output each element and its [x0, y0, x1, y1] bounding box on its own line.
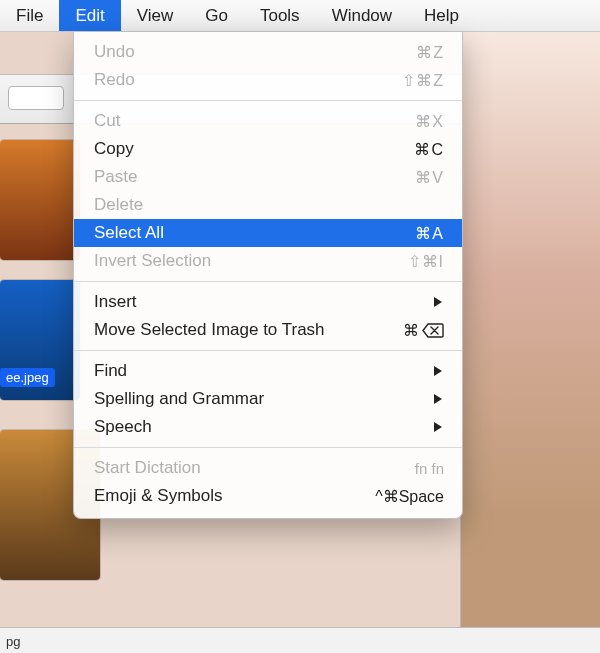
menu-separator [74, 350, 462, 351]
menu-item-insert[interactable]: Insert [74, 288, 462, 316]
shortcut-text: ⌘ [403, 321, 420, 340]
status-bar-text: pg [6, 634, 20, 649]
menu-item-label: Emoji & Symbols [94, 486, 375, 506]
menu-item-spelling-grammar[interactable]: Spelling and Grammar [74, 385, 462, 413]
menu-item-cut: Cut ⌘X [74, 107, 462, 135]
menu-item-shortcut: fn fn [415, 460, 444, 477]
menu-item-label: Insert [94, 292, 434, 312]
menu-item-shortcut: ⌘Z [416, 43, 444, 62]
menu-item-speech[interactable]: Speech [74, 413, 462, 441]
menu-go[interactable]: Go [189, 0, 244, 31]
menu-item-shortcut: ⌘ [403, 321, 444, 340]
menu-item-shortcut: ⌘C [414, 140, 444, 159]
menu-item-shortcut: ⇧⌘Z [402, 71, 444, 90]
menu-bar: File Edit View Go Tools Window Help [0, 0, 600, 32]
menu-item-redo: Redo ⇧⌘Z [74, 66, 462, 94]
menu-item-copy[interactable]: Copy ⌘C [74, 135, 462, 163]
menu-item-label: Undo [94, 42, 416, 62]
menu-separator [74, 281, 462, 282]
menu-item-shortcut: ⌘V [415, 168, 444, 187]
menu-item-label: Redo [94, 70, 402, 90]
menu-item-shortcut: ⌘A [415, 224, 444, 243]
search-field-stub[interactable] [8, 86, 64, 110]
content-area [460, 32, 600, 633]
edit-menu-dropdown: Undo ⌘Z Redo ⇧⌘Z Cut ⌘X Copy ⌘C Paste ⌘V… [73, 32, 463, 519]
menu-item-label: Invert Selection [94, 251, 408, 271]
menu-item-label: Delete [94, 195, 444, 215]
menu-item-label: Speech [94, 417, 434, 437]
delete-key-icon [422, 323, 444, 338]
submenu-arrow-icon [434, 366, 442, 376]
thumbnail[interactable] [0, 140, 80, 260]
menu-item-label: Cut [94, 111, 415, 131]
submenu-arrow-icon [434, 297, 442, 307]
menu-item-find[interactable]: Find [74, 357, 462, 385]
menu-item-shortcut: ⌘X [415, 112, 444, 131]
menu-item-emoji-symbols[interactable]: Emoji & Symbols ^⌘Space [74, 482, 462, 510]
menu-help[interactable]: Help [408, 0, 475, 31]
submenu-arrow-icon [434, 422, 442, 432]
menu-separator [74, 100, 462, 101]
menu-item-label: Copy [94, 139, 414, 159]
menu-separator [74, 447, 462, 448]
menu-item-undo: Undo ⌘Z [74, 38, 462, 66]
menu-tools[interactable]: Tools [244, 0, 316, 31]
menu-item-label: Start Dictation [94, 458, 415, 478]
menu-file[interactable]: File [0, 0, 59, 31]
menu-item-delete: Delete [74, 191, 462, 219]
submenu-arrow-icon [434, 394, 442, 404]
menu-item-start-dictation: Start Dictation fn fn [74, 454, 462, 482]
selected-filename[interactable]: ee.jpeg [0, 368, 55, 387]
menu-window[interactable]: Window [316, 0, 408, 31]
menu-item-invert-selection: Invert Selection ⇧⌘I [74, 247, 462, 275]
menu-item-label: Move Selected Image to Trash [94, 320, 403, 340]
menu-item-label: Paste [94, 167, 415, 187]
menu-item-shortcut: ⇧⌘I [408, 252, 444, 271]
menu-item-paste: Paste ⌘V [74, 163, 462, 191]
menu-item-shortcut: ^⌘Space [375, 487, 444, 506]
menu-view[interactable]: View [121, 0, 190, 31]
status-bar [0, 627, 600, 653]
menu-item-label: Spelling and Grammar [94, 389, 434, 409]
menu-item-label: Find [94, 361, 434, 381]
menu-item-select-all[interactable]: Select All ⌘A [74, 219, 462, 247]
menu-edit[interactable]: Edit [59, 0, 120, 31]
menu-item-label: Select All [94, 223, 415, 243]
menu-item-move-to-trash[interactable]: Move Selected Image to Trash ⌘ [74, 316, 462, 344]
